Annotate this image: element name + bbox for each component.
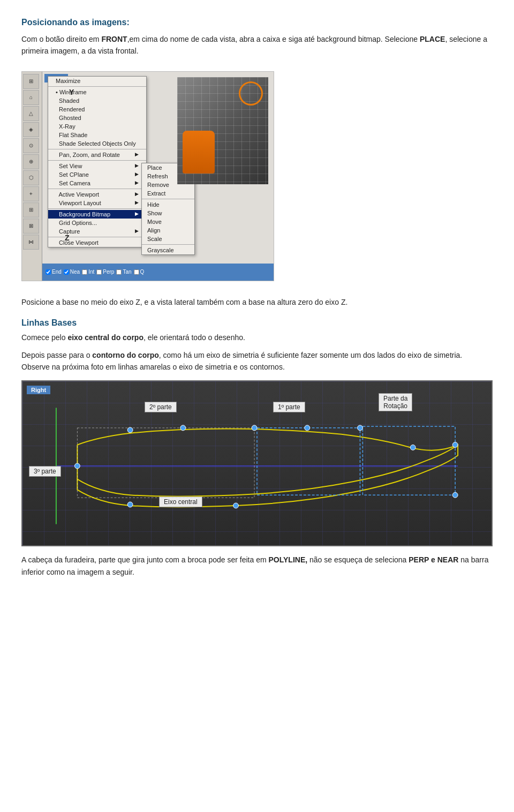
- svg-point-15: [233, 503, 239, 508]
- submenu-extract: Extract: [142, 189, 194, 198]
- svg-point-7: [127, 427, 133, 433]
- toolbar-icon-4: ◈: [23, 122, 39, 137]
- final-bold-perpnear: PERP e NEAR: [409, 555, 458, 564]
- snap-tan-check[interactable]: [116, 269, 122, 275]
- toolbar-icon-2: ⌂: [23, 90, 39, 105]
- snap-int-label: Int: [88, 269, 94, 275]
- toolbar: ⊞ ⌂ △ ◈ ⊙ ⊕ ⬡ ⌖ ⊞ ⊠ ⋈: [22, 72, 42, 281]
- svg-point-8: [180, 425, 186, 431]
- menu-flatshade: Flat Shade: [48, 131, 146, 139]
- linhas-paragraph: Comece pelo eixo central do corpo, ele o…: [21, 332, 493, 343]
- submenu-divider-2: [142, 244, 194, 245]
- snap-end-label: End: [52, 269, 62, 275]
- svg-point-16: [127, 502, 133, 507]
- svg-point-12: [410, 445, 415, 450]
- context-menu: Maximize • Wireframe Shaded Rendered Gho…: [48, 76, 147, 247]
- drill-orange-part: [183, 131, 215, 174]
- submenu-show: Show: [142, 209, 194, 217]
- submenu-divider-1: [142, 199, 194, 199]
- depois-text-1: Depois passe para o: [21, 351, 92, 359]
- intro-bold-place: PLACE: [420, 35, 445, 43]
- rhino-screenshot: ⊞ ⌂ △ ◈ ⊙ ⊕ ⬡ ⌖ ⊞ ⊠ ⋈ Front Maximize • W…: [21, 71, 274, 281]
- submenu-grayscale: Grayscale: [142, 246, 194, 254]
- menu-shadesel: Shade Selected Objects Only: [48, 139, 146, 148]
- menu-background-bitmap: Background Bitmap: [48, 210, 146, 219]
- snap-bar: End Nea Int Perp Tan Q: [42, 264, 274, 281]
- snap-tan: Tan: [116, 269, 131, 275]
- annotation-parte3: 3º parte: [29, 466, 61, 477]
- annotation-parte2: 2º parte: [145, 402, 177, 412]
- svg-point-10: [305, 425, 310, 431]
- intro-text-1b: ,em cima do nome de cada vista, abra a c…: [127, 35, 420, 43]
- snap-int: Int: [82, 269, 94, 275]
- intro-bold-front: FRONT: [101, 35, 127, 43]
- annotation-eixo: Eixo central: [159, 497, 202, 507]
- final-bold-polyline: POLYLINE,: [269, 555, 308, 564]
- menu-divider-6: [48, 237, 146, 237]
- linhas-bases-title: Linhas Bases: [21, 317, 493, 329]
- snap-nea: Nea: [64, 269, 80, 275]
- menu-gridoptions: Grid Options...: [48, 219, 146, 227]
- toolbar-icon-10: ⊠: [23, 219, 39, 234]
- snap-q-check[interactable]: [134, 269, 139, 275]
- caption-text: Posicione a base no meio do eixo Z, e a …: [21, 298, 347, 306]
- snap-perp-check[interactable]: [96, 269, 102, 275]
- z-axis-label: Z: [65, 234, 70, 242]
- y-axis-label: Y: [69, 88, 74, 96]
- final-paragraph: A cabeça da furadeira, parte que gira ju…: [21, 554, 493, 578]
- menu-setview: Set View: [48, 162, 146, 170]
- snap-int-check[interactable]: [82, 269, 87, 275]
- annotation-parte1: 1º parte: [273, 402, 305, 412]
- svg-rect-5: [77, 428, 254, 498]
- menu-ghosted: Ghosted: [48, 114, 146, 122]
- menu-capture: Capture: [48, 227, 146, 236]
- viewport-content: Front Maximize • Wireframe Shaded Render…: [42, 72, 274, 264]
- caption-paragraph: Posicione a base no meio do eixo Z, e a …: [21, 296, 493, 308]
- svg-point-11: [358, 425, 363, 431]
- menu-viewportlayout: Viewport Layout: [48, 199, 146, 207]
- final-text-1: A cabeça da furadeira, parte que gira ju…: [21, 555, 269, 564]
- linhas-text-1: Comece pelo: [21, 333, 67, 342]
- final-text-2: não se esqueça de seleciona: [307, 555, 409, 564]
- snap-nea-check[interactable]: [64, 269, 69, 275]
- menu-xray: X-Ray: [48, 122, 146, 131]
- snap-q-label: Q: [140, 269, 145, 275]
- drill-shape: [177, 77, 268, 184]
- snap-end-check[interactable]: [46, 269, 51, 275]
- linhas-text-2: , ele orientará todo o desenho.: [143, 333, 245, 342]
- menu-shaded: Shaded: [48, 96, 146, 105]
- menu-maximize: Maximize: [48, 77, 146, 85]
- snap-tan-label: Tan: [123, 269, 131, 275]
- snap-end: End: [46, 269, 62, 275]
- menu-rendered: Rendered: [48, 105, 146, 114]
- depois-paragraph: Depois passe para o contorno do corpo, c…: [21, 349, 493, 373]
- viewport-area: ⊞ ⌂ △ ◈ ⊙ ⊕ ⬡ ⌖ ⊞ ⊠ ⋈ Front Maximize • W…: [22, 72, 274, 281]
- svg-point-13: [452, 442, 458, 448]
- snap-perp-label: Perp: [103, 269, 114, 275]
- menu-activeviewport: Active Viewport: [48, 190, 146, 199]
- intro-text-1: Com o botão direito em: [21, 35, 101, 43]
- intro-paragraph: Com o botão direito em FRONT,em cima do …: [21, 33, 493, 57]
- toolbar-icon-7: ⬡: [23, 170, 39, 185]
- annotation-rotacao: Parte daRotação: [379, 393, 412, 411]
- menu-closeviewport: Close Viewport: [48, 238, 146, 247]
- depois-bold-contorno: contorno do corpo: [92, 351, 158, 359]
- toolbar-icon-1: ⊞: [23, 74, 39, 89]
- heading-title: Posicionando as imagens:: [21, 18, 130, 27]
- menu-divider-5: [48, 208, 146, 209]
- menu-divider-1: [48, 86, 146, 87]
- menu-setcplane: Set CPlane: [48, 170, 146, 179]
- drill-image-front: [177, 77, 268, 184]
- submenu-scale: Scale: [142, 235, 194, 243]
- submenu-align: Align: [142, 226, 194, 235]
- menu-wireframe: • Wireframe: [48, 88, 146, 96]
- snap-nea-label: Nea: [70, 269, 80, 275]
- menu-setcamera: Set Camera: [48, 179, 146, 187]
- svg-point-6: [74, 463, 80, 469]
- toolbar-icon-5: ⊙: [23, 138, 39, 153]
- page-heading: Posicionando as imagens:: [21, 16, 493, 29]
- menu-panzoom: Pan, Zoom, and Rotate: [48, 151, 146, 159]
- menu-divider-4: [48, 189, 146, 189]
- toolbar-icon-11: ⋈: [23, 235, 39, 250]
- submenu-hide: Hide: [142, 200, 194, 209]
